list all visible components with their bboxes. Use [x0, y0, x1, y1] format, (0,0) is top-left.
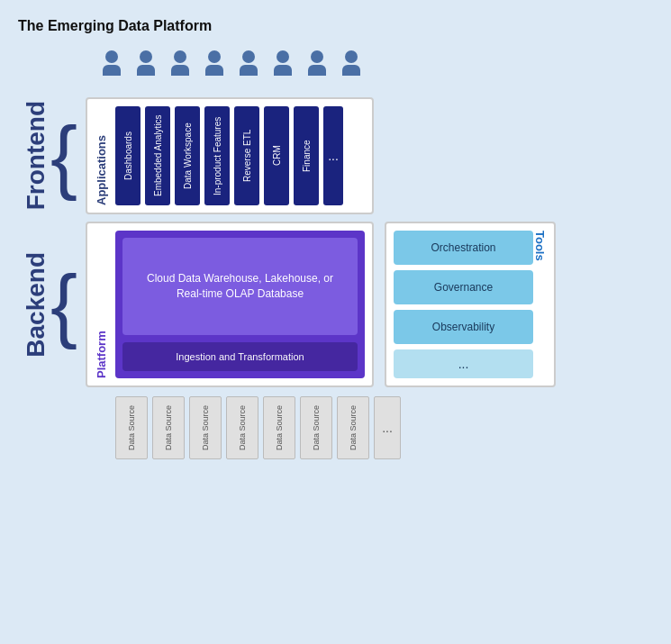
- backend-bracket: Backend {: [18, 252, 81, 358]
- data-source-1: Data Source: [115, 396, 148, 459]
- applications-label: Applications: [95, 106, 108, 205]
- data-source-7: Data Source: [337, 396, 369, 459]
- user-icon-7: [304, 50, 330, 81]
- platform-inner: Cloud Data Warehouse, Lakehouse, or Real…: [115, 231, 365, 378]
- tools-label: Tools: [533, 231, 547, 378]
- frontend-label: Frontend: [22, 101, 50, 210]
- data-source-5: Data Source: [263, 396, 295, 459]
- user-icon-1: [99, 50, 124, 81]
- data-sources-row: Data Source Data Source Data Source Data…: [115, 396, 653, 459]
- frontend-brace: {: [50, 115, 77, 196]
- page-title: The Emerging Data Platform: [18, 18, 653, 34]
- user-icon-5: [236, 50, 261, 81]
- frontend-bracket: Frontend {: [18, 101, 81, 210]
- diagram-container: The Emerging Data Platform Frontend {: [0, 0, 671, 644]
- platform-label: Platform: [95, 231, 108, 378]
- frontend-section: Frontend { Applications Dashboards Embed…: [18, 97, 653, 214]
- app-col-embedded: Embedded Analytics: [145, 106, 170, 205]
- data-source-dots: ...: [374, 396, 401, 459]
- app-col-workspace: Data Workspace: [175, 106, 200, 205]
- tools-items: Orchestration Governance Observability .…: [394, 231, 533, 378]
- users-section: [18, 50, 653, 90]
- user-icon-6: [270, 50, 295, 81]
- app-col-finance: Finance: [294, 106, 319, 205]
- tool-orchestration: Orchestration: [394, 231, 533, 265]
- user-icon-2: [133, 50, 159, 81]
- gap: [374, 222, 385, 387]
- data-source-3: Data Source: [189, 396, 222, 459]
- backend-section: Backend { Platform Cloud Data Warehouse,…: [18, 222, 653, 387]
- user-icon-8: [339, 50, 364, 81]
- applications-box: Applications Dashboards Embedded Analyti…: [86, 97, 374, 214]
- data-source-6: Data Source: [300, 396, 332, 459]
- tool-dots: ...: [394, 349, 533, 378]
- data-source-2: Data Source: [152, 396, 185, 459]
- backend-brace: {: [50, 264, 77, 345]
- platform-main: Cloud Data Warehouse, Lakehouse, or Real…: [122, 238, 358, 335]
- app-col-retl: Reverse ETL: [234, 106, 259, 205]
- user-icon-4: [202, 50, 227, 81]
- data-source-4: Data Source: [226, 396, 258, 459]
- tools-outer: Orchestration Governance Observability .…: [385, 222, 556, 387]
- content-area: Frontend { Applications Dashboards Embed…: [18, 50, 653, 459]
- backend-label: Backend: [22, 252, 50, 358]
- app-col-inproduct: In-product Features: [204, 106, 230, 205]
- app-col-crm: CRM: [264, 106, 289, 205]
- platform-ingestion: Ingestion and Transformation: [122, 342, 358, 371]
- platform-outer: Platform Cloud Data Warehouse, Lakehouse…: [86, 222, 374, 387]
- tool-observability: Observability: [394, 310, 533, 344]
- tool-governance: Governance: [394, 270, 533, 304]
- user-icon-3: [168, 50, 193, 81]
- app-col-dashboards: Dashboards: [115, 106, 141, 205]
- app-columns: Dashboards Embedded Analytics Data Works…: [115, 106, 343, 205]
- users-row: [99, 50, 364, 81]
- app-col-dots: ...: [323, 106, 343, 205]
